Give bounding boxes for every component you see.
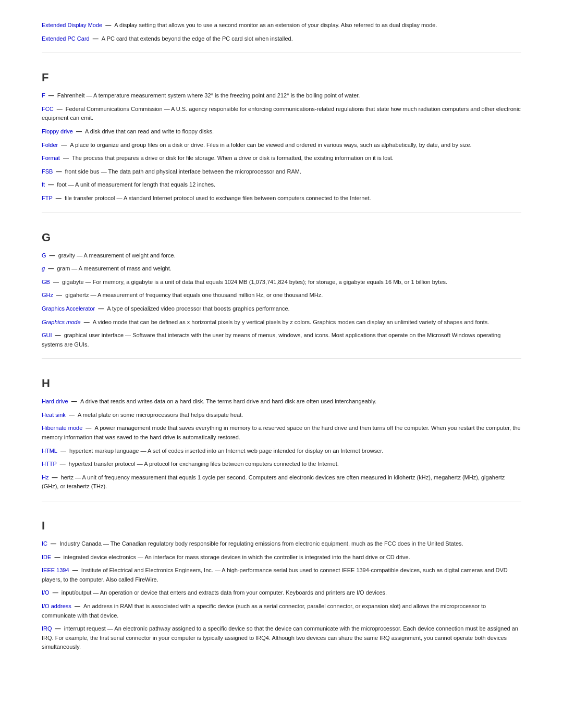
definition: gram — A measurement of mass and weight.	[57, 265, 172, 272]
term[interactable]: HTML	[42, 448, 57, 454]
term[interactable]: Hz	[42, 474, 48, 480]
term[interactable]: Heat sink	[42, 412, 66, 418]
term[interactable]: Hibernate mode	[42, 425, 82, 431]
dash: —	[67, 412, 76, 418]
term[interactable]: I/O address	[42, 603, 71, 609]
dash: —	[54, 625, 63, 632]
section-F: FF — Fahrenheit — A temperature measurem…	[42, 69, 521, 213]
entry-G-4: Graphics Accelerator — A type of special…	[42, 304, 521, 314]
dash: —	[104, 22, 113, 28]
entry-F-4: Format — The process that prepares a dri…	[42, 154, 521, 163]
term[interactable]: g	[42, 265, 45, 272]
term[interactable]: FTP	[42, 195, 53, 201]
definition: hypertext markup language — A set of cod…	[69, 448, 383, 454]
definition: A PC card that extends beyond the edge o…	[102, 35, 293, 42]
entry-I-2: IEEE 1394 — Institute of Electrical and …	[42, 566, 521, 584]
term[interactable]: IEEE 1394	[42, 567, 69, 573]
entry-top-1: Extended PC Card — A PC card that extend…	[42, 34, 521, 44]
dash: —	[51, 589, 60, 596]
term[interactable]: Folder	[42, 142, 58, 148]
dash: —	[52, 279, 60, 285]
term[interactable]: FCC	[42, 106, 54, 112]
term[interactable]: Graphics mode	[42, 319, 81, 325]
term[interactable]: G	[42, 252, 46, 258]
term[interactable]: I/O	[42, 589, 50, 596]
term[interactable]: GHz	[42, 292, 53, 298]
entry-H-3: HTML — hypertext markup language — A set…	[42, 447, 521, 456]
entry-I-1: IDE — integrated device electronics — An…	[42, 553, 521, 562]
entry-top-0: Extended Display Mode — A display settin…	[42, 21, 521, 30]
term[interactable]: ft	[42, 181, 45, 188]
dash: —	[71, 567, 80, 573]
definition: gravity — A measurement of weight and fo…	[58, 252, 176, 258]
dash: —	[96, 305, 105, 312]
entry-G-2: GB — gigabyte — For memory, a gigabyte i…	[42, 278, 521, 287]
definition: A metal plate on some microprocessors th…	[78, 412, 243, 418]
app-container: Extended Display Mode — A display settin…	[42, 21, 521, 652]
section-divider	[42, 53, 521, 53]
dash: —	[75, 128, 83, 134]
term[interactable]: Hard drive	[42, 398, 68, 404]
entry-I-5: IRQ — interrupt request — An electronic …	[42, 624, 521, 652]
entry-G-1: g — gram — A measurement of mass and wei…	[42, 264, 521, 274]
section-divider	[42, 213, 521, 213]
section-I: IIC — Industry Canada — The Canadian reg…	[42, 517, 521, 652]
section-divider	[42, 359, 521, 359]
dash: —	[82, 319, 91, 325]
dash: —	[55, 292, 64, 298]
definition: The process that prepares a drive or dis…	[72, 155, 394, 161]
definition: A disk drive that can read and write to …	[85, 128, 214, 134]
term[interactable]: FSB	[42, 168, 53, 175]
entry-G-6: GUI — graphical user interface — Softwar…	[42, 331, 521, 349]
section-G: GG — gravity — A measurement of weight a…	[42, 229, 521, 360]
section-header-H: H	[42, 375, 521, 392]
definition: A display setting that allows you to use…	[114, 22, 437, 28]
term[interactable]: IC	[42, 540, 47, 547]
entry-H-1: Heat sink — A metal plate on some microp…	[42, 411, 521, 420]
term[interactable]: Graphics Accelerator	[42, 305, 95, 312]
definition: integrated device electronics — An inter…	[63, 554, 410, 560]
definition: Institute of Electrical and Electronics …	[42, 567, 508, 583]
dash: —	[59, 448, 68, 454]
dash: —	[48, 252, 57, 258]
section-header-I: I	[42, 517, 521, 534]
entry-G-0: G — gravity — A measurement of weight an…	[42, 251, 521, 261]
definition: A place to organize and group files on a…	[70, 142, 471, 148]
definition: Fahrenheit — A temperature measurement s…	[57, 92, 360, 98]
dash: —	[54, 195, 63, 201]
dash: —	[73, 603, 82, 609]
dash: —	[84, 425, 93, 431]
definition: hertz — A unit of frequency measurement …	[42, 474, 505, 490]
section-divider	[42, 501, 521, 501]
term[interactable]: GB	[42, 279, 50, 285]
section-header-G: G	[42, 229, 521, 246]
section-header-F: F	[42, 69, 521, 86]
definition: A type of specialized video processor th…	[107, 305, 289, 312]
dash: —	[62, 155, 70, 161]
dash: —	[59, 142, 68, 148]
dash: —	[49, 540, 58, 547]
term[interactable]: IDE	[42, 554, 51, 560]
entry-I-3: I/O — input/output — An operation or dev…	[42, 588, 521, 598]
dash: —	[46, 265, 55, 272]
term[interactable]: IRQ	[42, 625, 52, 632]
section-H: HHard drive — A drive that reads and wri…	[42, 375, 521, 501]
definition: input/output — An operation or device th…	[62, 589, 387, 596]
entry-H-2: Hibernate mode — A power management mode…	[42, 424, 521, 442]
definition: Federal Communications Commission — A U.…	[42, 106, 521, 121]
entry-I-0: IC — Industry Canada — The Canadian regu…	[42, 539, 521, 549]
term[interactable]: HTTP	[42, 461, 57, 467]
dash: —	[53, 554, 62, 560]
term[interactable]: GUI	[42, 332, 52, 338]
term[interactable]: Extended PC Card	[42, 35, 90, 42]
entry-F-7: FTP — file transfer protocol — A standar…	[42, 194, 521, 203]
term[interactable]: Format	[42, 155, 60, 161]
entry-F-2: Floppy drive — A disk drive that can rea…	[42, 127, 521, 137]
entry-G-5: Graphics mode — A video mode that can be…	[42, 318, 521, 327]
term[interactable]: Extended Display Mode	[42, 22, 102, 28]
definition: gigahertz — A measurement of frequency t…	[65, 292, 323, 298]
entry-F-5: FSB — front side bus — The data path and…	[42, 167, 521, 177]
term[interactable]: F	[42, 92, 45, 98]
dash: —	[54, 332, 63, 338]
term[interactable]: Floppy drive	[42, 128, 73, 134]
